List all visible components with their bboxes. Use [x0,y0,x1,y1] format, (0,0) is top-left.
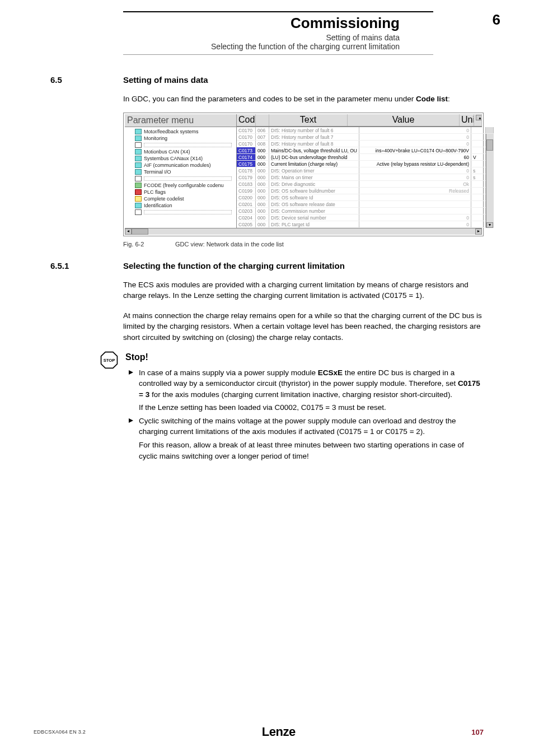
page-footer: EDBCSXA064 EN 3.2 Lenze 107 [0,725,534,739]
gdc-grid: C0170006DIS: History number of fault 60C… [237,127,494,228]
tree-item[interactable]: PLC flags [125,189,236,195]
cell-unit [471,141,486,147]
folder-icon [135,129,142,134]
col-text: Text [269,114,348,126]
col-sub [256,114,269,126]
cell-sub: 000 [256,188,269,194]
cell-code: C0199 [237,188,256,194]
h-scrollbar-thumb[interactable] [132,228,148,235]
cell-code: C0205 [237,221,256,227]
folder-icon [135,156,142,161]
grid-row[interactable]: C0175000Current limitation (charge relay… [237,161,494,167]
scroll-track [148,228,475,235]
section-651-p2: At mains connection the charge relay rem… [0,301,534,343]
tree-item-label: Motionbus CAN (X4) [144,149,190,155]
grid-row[interactable]: C0173000Mains/DC-bus, voltage threshold … [237,147,494,154]
tree-item[interactable] [125,175,236,182]
footer-doc-id: EDBCSXA064 EN 3.2 [34,729,86,735]
col-code: Code [237,114,256,126]
figure-caption-text: GDC view: Network data in the code list [175,241,284,248]
grid-row[interactable]: C0170008DIS: History number of fault 80 [237,141,494,147]
cell-value: 0 [359,174,471,180]
cell-text: DIS: History number of fault 6 [269,127,359,133]
horizontal-scrollbar[interactable]: ◄ ► [125,228,482,235]
header-subrule [123,54,433,55]
subsection-title: Selecting the function of the charging c… [123,261,345,270]
cell-value: Ok [359,181,471,187]
grid-row[interactable]: C0205000DIS: PLC target Id0 [237,221,494,228]
grid-row[interactable]: C0201000DIS: OS software release date [237,201,494,208]
folder-icon [135,203,142,208]
folder-icon [135,169,142,175]
cell-unit [471,221,486,227]
vertical-scrollbar[interactable]: ▼ [486,134,494,228]
stop-heading: Stop! [125,351,484,363]
grid-row[interactable]: C0170007DIS: History number of fault 70 [237,134,494,141]
cell-scroll-spacer [486,127,494,133]
grid-row[interactable]: C0178000DIS: Operation timer0s [237,167,494,174]
folder-icon [135,136,142,141]
tree-item-label: Systembus CANaux (X14) [144,156,203,161]
cell-code: C0174 [237,154,256,160]
scroll-left-icon[interactable]: ◄ [125,228,132,235]
grid-row[interactable]: C0170006DIS: History number of fault 60 [237,127,494,134]
para-bold: Code list [416,95,448,103]
cell-code: C0175 [237,161,256,167]
tree-item[interactable]: Motor/feedback systems [125,128,236,135]
cell-value: 0 [359,141,471,147]
scroll-down-icon[interactable]: ▼ [486,222,493,228]
cell-code: C0201 [237,201,256,207]
grid-row[interactable]: C0199000DIS: OS software buildnumberRele… [237,188,494,194]
tree-item-label: AIF (communication modules) [144,162,211,168]
cell-code: C0204 [237,214,256,221]
tree-item-label: Identification [144,203,172,208]
grid-row[interactable]: C0179000DIS: Mains on timer0s [237,174,494,181]
tree-item[interactable] [125,209,236,216]
tree-item[interactable]: Identification [125,202,236,209]
grid-row[interactable]: C0183000DIS: Drive diagnosticOk [237,181,494,188]
cell-text: DIS: Operation timer [269,167,359,174]
cell-sub: 000 [256,201,269,207]
tree-item-label: Motor/feedback systems [144,129,199,134]
tree-item[interactable]: Terminal I/O [125,169,236,175]
svg-marker-2 [129,370,133,375]
tree-item[interactable]: Motionbus CAN (X4) [125,148,236,155]
cell-text: DIS: OS software buildnumber [269,188,359,194]
header-title: Commissioning [0,15,400,32]
cell-text: Mains/DC-bus, voltage threshold LU, OU [269,147,359,153]
scrollbar-thumb[interactable] [486,139,493,151]
tree-item[interactable]: AIF (communication modules) [125,162,236,169]
folder-icon [135,183,142,188]
scroll-up-icon[interactable]: ▲ [476,115,482,120]
grid-row[interactable]: C0200000DIS: OS software Id [237,194,494,201]
cell-code: C0183 [237,181,256,187]
section-651-p1: The ECS axis modules are provided with a… [0,270,534,301]
tree-item[interactable]: Monitoring [125,135,236,142]
cell-sub: 000 [256,214,269,221]
chapter-number: 6 [467,11,500,29]
b1-text-f: If the Lenze setting has been loaded via… [139,402,484,413]
cell-unit [471,127,486,133]
grid-row[interactable]: C0174000(LU) DC-bus undervoltage thresho… [237,154,494,161]
tree-item[interactable]: Complete codelist [125,195,236,202]
tree-item-label: Complete codelist [144,196,184,202]
triangle-icon [129,418,134,461]
header-sub1: Setting of mains data [0,33,400,42]
grid-row[interactable]: C0203000DIS: Commission number [237,208,494,214]
section-number: 6.5 [50,75,123,85]
grid-row[interactable]: C0204000DIS: Device serial number0 [237,214,494,221]
tree-item[interactable]: Systembus CANaux (X14) [125,155,236,162]
cell-unit [471,194,486,200]
tree-item[interactable] [125,142,236,148]
gdc-tree[interactable]: Motor/feedback systemsMonitoringMotionbu… [125,127,237,228]
cell-text: DIS: History number of fault 8 [269,141,359,147]
tree-item[interactable]: FCODE (freely configurable codenu [125,182,236,189]
cell-unit [471,208,486,214]
cell-value [359,201,471,207]
bullet-2: Cyclic switching of the mains voltage at… [125,416,484,461]
tree-item-label: Terminal I/O [144,169,171,175]
section-6-5-1: 6.5.1 Selecting the function of the char… [0,248,534,270]
scroll-right-icon[interactable]: ► [475,228,482,235]
bullet-1: In case of a mains supply via a power su… [125,367,484,413]
b1-text-e: for the axis modules (charging current l… [149,390,452,399]
